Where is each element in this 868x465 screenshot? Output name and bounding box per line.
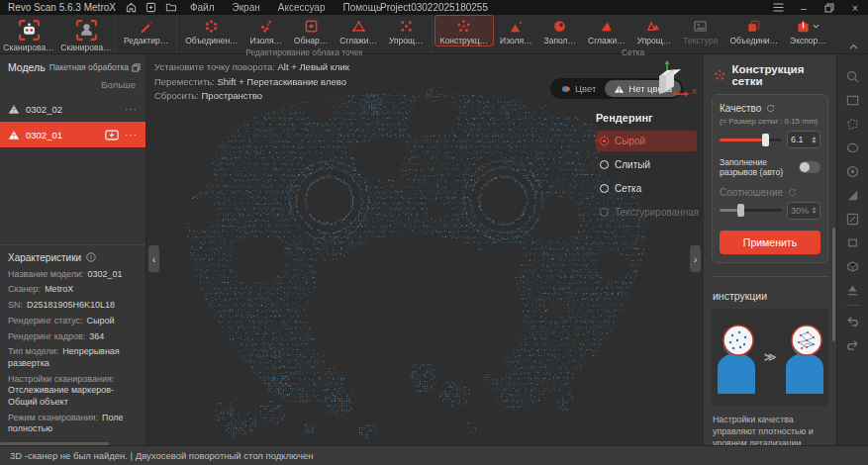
app-title: Revo Scan 5.6.3 MetroX — [8, 2, 116, 13]
model-row-0302_02[interactable]: 0302_02 ··· — [0, 96, 145, 122]
render-option-textured[interactable]: Текстурированная — [596, 202, 697, 223]
scan-button-1[interactable]: Сканирова… — [0, 15, 57, 53]
reset-icon[interactable] — [766, 104, 775, 113]
prop-scan-mode: Режим сканирования:Поле полностью — [8, 413, 138, 435]
ratio-value-spinner[interactable]: 30% — [787, 202, 820, 220]
isolate-pointcloud-button[interactable]: Изоля… — [244, 15, 289, 46]
render-option-mesh[interactable]: Сетка — [596, 178, 697, 199]
open-folder-icon[interactable] — [161, 0, 181, 15]
export-button[interactable]: Экспор… — [784, 15, 832, 46]
gizmo-x-label: X — [692, 87, 697, 96]
properties-title: Характеристики — [8, 252, 81, 263]
color-sphere-icon — [561, 84, 571, 94]
merge-mesh-icon — [746, 19, 761, 34]
ellipse-select-icon[interactable] — [842, 136, 864, 159]
info-icon[interactable] — [86, 252, 96, 262]
crop-icon[interactable] — [842, 231, 864, 254]
model-action-icon[interactable] — [105, 130, 119, 140]
toolbar-collapse-icon[interactable] — [839, 40, 868, 53]
project-title: Project03022025180255 — [380, 2, 488, 13]
extract-icon[interactable] — [842, 278, 864, 302]
isolate-points-icon — [258, 19, 273, 34]
minimize-button[interactable]: – — [791, 0, 817, 15]
apply-button[interactable]: Применить — [720, 231, 820, 254]
color-mode-button[interactable]: Цвет — [552, 80, 605, 97]
overlap-detection-button[interactable]: Обнар… — [288, 15, 334, 46]
spinner-arrows-icon[interactable] — [812, 207, 817, 214]
edit-button[interactable]: Редактир… — [118, 15, 174, 46]
quality-slider-handle[interactable] — [762, 134, 769, 146]
fill-gaps-label: Заполнение разрывов (авто) — [720, 157, 795, 178]
scan-button-2[interactable]: Сканирова… — [57, 15, 115, 53]
menu-accessory[interactable]: Аксессуар — [269, 0, 335, 15]
mesh-smooth-button[interactable]: Сглажи… — [582, 15, 631, 46]
mesh-isolate-button[interactable]: Изоля… — [494, 15, 538, 46]
divider — [712, 276, 828, 277]
scan-button-label: Сканирова… — [3, 43, 53, 52]
model-menu-button[interactable]: ··· — [125, 130, 138, 140]
construct-mesh-icon — [456, 19, 471, 34]
redo-icon[interactable] — [842, 332, 864, 356]
edit-area-icon[interactable] — [842, 207, 864, 231]
edit-group: Редактир… — [115, 15, 176, 53]
isolate-mesh-icon — [509, 19, 524, 34]
radio-icon — [600, 137, 609, 145]
more-button[interactable]: Больше — [0, 77, 145, 96]
zoom-icon[interactable] — [842, 64, 864, 88]
spinner-arrows-icon[interactable] — [812, 137, 817, 143]
reset-icon[interactable] — [788, 188, 797, 197]
menu-screen[interactable]: Экран — [224, 0, 269, 15]
batch-processing-button[interactable]: Пакетная обработка — [49, 62, 141, 72]
mesh-group-caption: Сетка — [434, 46, 832, 58]
fill-gaps-toggle[interactable] — [799, 161, 820, 173]
undo-icon[interactable] — [842, 309, 864, 332]
ratio-slider-handle[interactable] — [737, 204, 744, 217]
home-icon[interactable] — [122, 0, 142, 15]
export-icon — [796, 19, 820, 34]
restore-button[interactable] — [817, 0, 842, 15]
prop-scanner: Сканер:MetroX — [8, 284, 138, 296]
quality-slider[interactable] — [720, 139, 782, 141]
prop-scan-settings: Настройки сканирования:Отслеживание марк… — [8, 374, 138, 409]
mesh-model-icon — [8, 130, 20, 140]
texture-button[interactable]: Текстура — [677, 15, 723, 46]
fill-area-icon[interactable] — [842, 183, 864, 207]
box-icon[interactable] — [842, 254, 864, 278]
ratio-label: Соотношение — [720, 187, 783, 198]
pointcloud-group: Объединен… Изоля… Обнар… Сглажи… — [176, 15, 431, 53]
render-option-raw[interactable]: Сырой — [596, 131, 697, 151]
properties-section: Характеристики Название модели:0302_01 С… — [0, 244, 145, 445]
close-button[interactable]: × — [842, 0, 868, 15]
pointcloud-group-caption: Редактирование облака точек — [179, 46, 429, 58]
model-row-0302_01[interactable]: 0302_01 ··· — [0, 122, 145, 147]
mesh-construction-panel: Конструкция сетки Качество (≈ Размер сет… — [703, 54, 836, 445]
model-menu-button[interactable]: ··· — [125, 104, 138, 115]
ratio-slider[interactable] — [720, 209, 782, 212]
3d-viewport: Установите точку поворота: Alt + Левый к… — [146, 54, 703, 445]
target-square-icon — [304, 19, 319, 34]
quality-card: Качество (≈ Размер сетки : 0.15 mm) 6.1 … — [712, 94, 828, 263]
collapse-right-panel-button[interactable]: › — [690, 245, 701, 272]
mesh-construct-button[interactable]: Конструкц… — [434, 15, 495, 46]
fill-holes-button[interactable]: Запол… — [538, 15, 582, 46]
smooth-pointcloud-button[interactable]: Сглажи… — [334, 15, 383, 46]
visibility-icon[interactable] — [842, 159, 864, 183]
selection-tools-bar — [836, 54, 868, 445]
merge-pointcloud-button[interactable]: Объединен… — [179, 15, 243, 46]
orientation-gizmo[interactable]: X — [643, 58, 697, 108]
rect-select-icon[interactable] — [842, 88, 864, 112]
feedback-menu-icon[interactable] — [765, 0, 791, 15]
render-option-fused[interactable]: Слитый — [596, 154, 697, 175]
mesh-merge-button[interactable]: Объедини… — [723, 15, 784, 46]
scan-bust-icon — [75, 18, 98, 43]
quality-value-spinner[interactable]: 6.1 — [787, 131, 820, 148]
radio-icon — [600, 208, 609, 217]
simplify-pointcloud-button[interactable]: Упрощ… — [383, 15, 430, 46]
panel-scrollbar-thumb[interactable] — [832, 228, 835, 341]
menu-file[interactable]: Файл — [181, 0, 224, 15]
mesh-simplify-button[interactable]: Упрощ… — [631, 15, 678, 46]
new-project-icon[interactable] — [142, 0, 161, 15]
divider — [846, 305, 860, 306]
lasso-select-icon[interactable] — [842, 112, 864, 136]
collapse-left-panel-button[interactable]: ‹ — [148, 245, 159, 272]
